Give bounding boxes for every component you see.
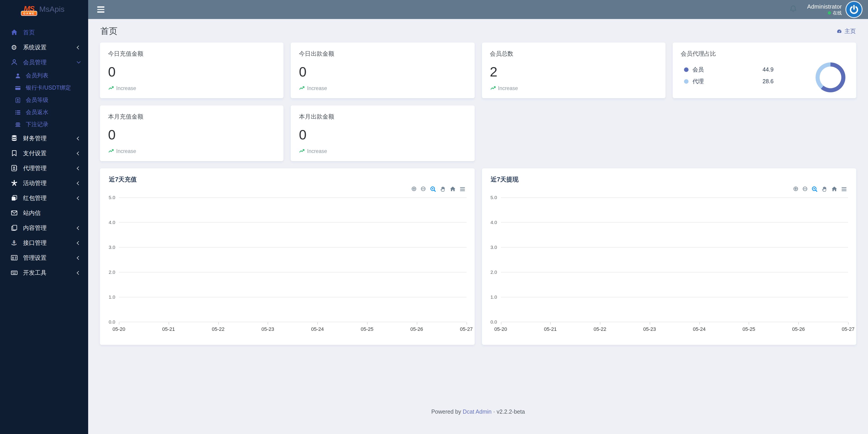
sidebar-item-label: 开发工具 — [23, 268, 46, 277]
sidebar-item-member-management[interactable]: 会员管理 — [0, 55, 88, 70]
sidebar-item-content-management[interactable]: 内容管理 — [0, 221, 88, 235]
sidebar-item-home[interactable]: 首页 — [0, 25, 88, 40]
y-axis-label: 1.0 — [485, 294, 497, 299]
x-axis-label: 05-23 — [643, 326, 656, 332]
chevron-left-icon — [77, 46, 81, 49]
id-card-icon — [8, 254, 20, 261]
top-navbar: Administrator 在线 — [88, 0, 868, 19]
sidebar-item-bet-records[interactable]: 下注记录 — [0, 119, 88, 131]
zoom-in-icon[interactable]: ⊕ — [411, 185, 417, 192]
sidebar-item-member-level[interactable]: 会员等级 — [0, 94, 88, 106]
plot-area: 5.04.03.02.01.00.005-2005-2105-2205-2305… — [501, 197, 848, 322]
x-axis-label: 05-25 — [361, 326, 373, 332]
chevron-left-icon — [77, 181, 81, 185]
id-badge-icon — [13, 97, 23, 103]
x-axis-label: 05-23 — [261, 326, 274, 332]
sidebar-item-label: 会员管理 — [23, 58, 46, 66]
sidebar-item-redpacket-management[interactable]: 红包管理 — [0, 191, 88, 205]
gridline — [119, 322, 466, 322]
trending-up-icon — [108, 85, 114, 91]
reset-zoom-home-icon[interactable] — [450, 186, 456, 192]
legend-row-agent: 代理 28.6 — [684, 76, 780, 87]
sidebar-item-finance[interactable]: 财务管理 — [0, 131, 88, 146]
brand[interactable]: MS GAME MsApis — [0, 0, 88, 19]
x-axis-label: 05-26 — [410, 326, 423, 332]
zoom-out-icon[interactable]: ⊖ — [421, 185, 426, 192]
sidebar-item-agent-management[interactable]: 代理管理 — [0, 161, 88, 176]
copy-icon — [8, 225, 20, 231]
sidebar-item-label: 活动管理 — [23, 179, 46, 187]
sidebar-item-api-management[interactable]: ⚓ 接口管理 — [0, 235, 88, 250]
sidebar-item-label: 代理管理 — [23, 164, 46, 172]
gridline — [501, 197, 848, 198]
sidebar-item-label: 首页 — [23, 28, 35, 36]
clone-icon — [8, 195, 20, 201]
pan-icon[interactable] — [822, 186, 828, 192]
x-axis-tick — [119, 322, 119, 324]
online-status: 在线 — [807, 10, 842, 16]
zoom-out-icon[interactable]: ⊖ — [802, 185, 808, 192]
stat-footer-label: Increase — [498, 85, 518, 91]
stat-footer-label: Increase — [116, 148, 136, 154]
burst-icon — [8, 180, 20, 186]
x-axis-tick — [218, 322, 219, 324]
breadcrumb[interactable]: 主页 — [836, 27, 856, 35]
sidebar-item-activity-management[interactable]: 活动管理 — [0, 176, 88, 191]
sidebar-item-site-mail[interactable]: 站内信 — [0, 205, 88, 221]
zoom-in-icon[interactable]: ⊕ — [793, 185, 799, 192]
sidebar-item-system-settings[interactable]: ⚙ 系统设置 — [0, 40, 88, 55]
y-axis-label: 3.0 — [485, 244, 497, 250]
gridline — [119, 197, 466, 198]
x-axis-tick — [168, 322, 169, 324]
chart-title: 近7天充值 — [109, 176, 465, 184]
chart-menu-icon[interactable] — [459, 186, 465, 192]
page-header: 首页 主页 — [100, 19, 856, 42]
avatar[interactable] — [846, 2, 862, 17]
chart-menu-icon[interactable] — [841, 186, 847, 192]
page-title: 首页 — [100, 25, 118, 37]
selection-zoom-icon[interactable] — [811, 186, 818, 192]
breadcrumb-label: 主页 — [844, 27, 856, 35]
sidebar-toggle-icon[interactable] — [97, 6, 104, 13]
selection-zoom-icon[interactable] — [430, 186, 436, 192]
sidebar-item-label: 内容管理 — [23, 224, 46, 232]
sidebar-item-member-rebate[interactable]: 会员返水 — [0, 106, 88, 119]
online-dot-icon — [828, 11, 831, 15]
stat-card-member-total: 会员总数 2 Increase — [482, 42, 665, 98]
chevron-left-icon — [77, 196, 81, 200]
sidebar-item-label: 接口管理 — [23, 239, 46, 247]
stat-card-today-deposit: 今日充值金额 0 Increase — [100, 42, 284, 98]
brand-name: MsApis — [39, 5, 64, 14]
user-menu[interactable]: Administrator 在线 — [807, 3, 842, 16]
x-axis-tick — [650, 322, 650, 324]
user-outline-icon — [8, 59, 20, 66]
x-axis-label: 05-20 — [494, 326, 507, 332]
sidebar-item-admin-settings[interactable]: 管理设置 — [0, 250, 88, 265]
y-axis-label: 4.0 — [485, 220, 497, 225]
sidebar-item-dev-tools[interactable]: 开发工具 — [0, 265, 88, 280]
trending-up-icon — [108, 148, 114, 154]
x-axis-label: 05-25 — [743, 326, 755, 332]
chart-card-withdraw-7d: 近7天提现 ⊕ ⊖ — [482, 168, 856, 345]
list-icon — [13, 110, 23, 115]
x-axis-tick — [268, 322, 268, 324]
notifications-bell-icon[interactable] — [789, 5, 797, 14]
username: Administrator — [807, 3, 842, 10]
dcat-admin-link[interactable]: Dcat Admin — [463, 409, 492, 415]
home-icon — [8, 29, 20, 36]
sidebar-item-payment-settings[interactable]: 支付设置 — [0, 146, 88, 161]
chart-toolbar: ⊕ ⊖ — [411, 185, 465, 192]
pan-icon[interactable] — [440, 186, 446, 192]
x-axis-label: 05-26 — [792, 326, 805, 332]
reset-zoom-home-icon[interactable] — [831, 186, 837, 192]
sidebar-item-member-list[interactable]: 会员列表 — [0, 70, 88, 82]
content-area: 首页 主页 今日充值金额 0 Increase 今日出款金额 — [88, 19, 868, 434]
sidebar-item-bankcard-usdt[interactable]: 银行卡/USDT绑定 — [0, 82, 88, 94]
app-root: MS GAME MsApis 首页 ⚙ 系统设置 会员管理 — [0, 0, 868, 434]
user-icon — [13, 73, 23, 79]
page-footer: Powered by Dcat Admin · v2.2.2-beta — [100, 409, 856, 434]
trending-up-icon — [299, 85, 305, 91]
stat-footer-label: Increase — [116, 85, 136, 91]
x-axis-tick — [317, 322, 318, 324]
x-axis-label: 05-22 — [594, 326, 606, 332]
